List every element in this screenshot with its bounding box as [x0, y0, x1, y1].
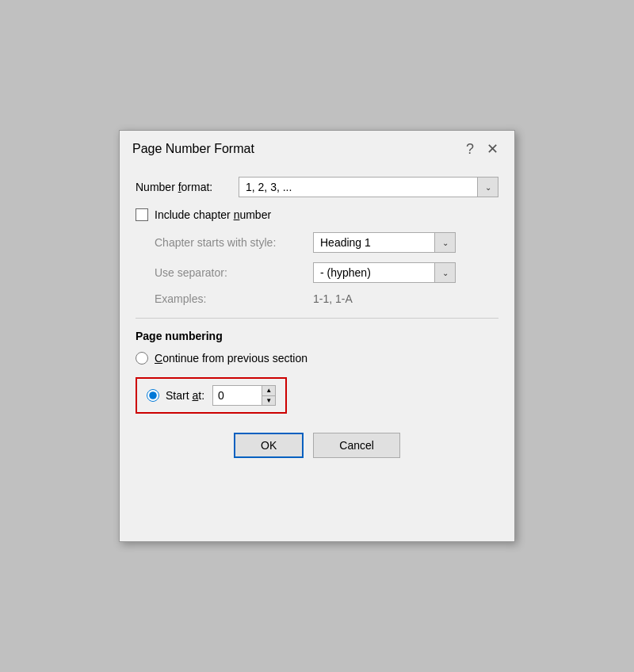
separator-value: - (hyphen)	[314, 266, 434, 279]
start-at-value[interactable]: 0	[213, 389, 262, 402]
page-numbering-section: Page numbering Continue from previous se…	[136, 330, 498, 414]
start-at-highlighted-box: Start at: 0 ▲ ▼	[136, 377, 287, 414]
page-number-format-dialog: Page Number Format ? ✕ Number format: 1,…	[119, 130, 515, 542]
ok-button[interactable]: OK	[234, 433, 304, 458]
start-at-spinner[interactable]: 0 ▲ ▼	[212, 385, 276, 406]
include-chapter-checkbox[interactable]	[136, 208, 148, 221]
dialog-body: Number format: 1, 2, 3, ... ⌄ Include ch…	[120, 164, 514, 474]
examples-value: 1-1, 1-A	[313, 292, 353, 305]
close-button[interactable]: ✕	[483, 140, 502, 158]
examples-row: Examples: 1-1, 1-A	[155, 292, 498, 305]
cancel-button[interactable]: Cancel	[313, 433, 400, 458]
title-bar-actions: ? ✕	[463, 140, 502, 158]
chapter-style-label: Chapter starts with style:	[155, 236, 313, 249]
number-format-value: 1, 2, 3, ...	[239, 181, 477, 193]
continue-radio-row: Continue from previous section	[136, 352, 498, 365]
separator-label: Use separator:	[155, 266, 313, 279]
divider	[136, 318, 498, 319]
spinner-up-button[interactable]: ▲	[262, 386, 275, 396]
chapter-style-value: Heading 1	[314, 236, 434, 249]
include-chapter-row: Include chapter number	[136, 208, 498, 221]
help-button[interactable]: ?	[463, 141, 477, 158]
number-format-underline-f: f	[178, 181, 181, 193]
include-chapter-label: Include chapter number	[155, 208, 271, 221]
spinner-buttons: ▲ ▼	[262, 386, 275, 405]
title-bar: Page Number Format ? ✕	[120, 131, 514, 164]
separator-dropdown-arrow[interactable]: ⌄	[434, 263, 455, 282]
dialog-buttons: OK Cancel	[136, 433, 498, 458]
examples-label: Examples:	[155, 292, 313, 305]
spinner-down-button[interactable]: ▼	[262, 396, 275, 406]
chapter-style-select[interactable]: Heading 1 ⌄	[313, 232, 456, 253]
start-at-label: Start at:	[166, 389, 204, 402]
number-format-label: Number format:	[136, 181, 239, 193]
page-numbering-title: Page numbering	[136, 330, 498, 342]
number-format-select[interactable]: 1, 2, 3, ... ⌄	[239, 177, 498, 197]
separator-row: Use separator: - (hyphen) ⌄	[155, 262, 498, 283]
start-at-radio[interactable]	[147, 389, 159, 402]
start-at-radio-row: Start at: 0 ▲ ▼	[147, 385, 276, 406]
continue-label: Continue from previous section	[155, 352, 307, 365]
separator-select[interactable]: - (hyphen) ⌄	[313, 262, 456, 283]
chapter-style-row: Chapter starts with style: Heading 1 ⌄	[155, 232, 498, 253]
chapter-options-section: Chapter starts with style: Heading 1 ⌄ U…	[136, 232, 498, 305]
continue-radio[interactable]	[136, 352, 148, 365]
dialog-title: Page Number Format	[132, 142, 254, 156]
number-format-row: Number format: 1, 2, 3, ... ⌄	[136, 177, 498, 197]
chapter-style-dropdown-arrow[interactable]: ⌄	[434, 233, 455, 252]
number-format-dropdown-arrow[interactable]: ⌄	[477, 178, 498, 197]
